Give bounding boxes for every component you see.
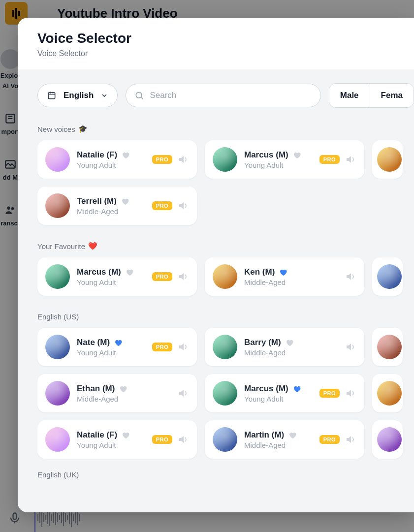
voice-age: Young Adult [77, 278, 145, 286]
calendar-icon [47, 91, 57, 100]
voice-age: Young Adult [77, 348, 145, 357]
voice-name: Marcus (M) [77, 267, 121, 277]
avatar [45, 335, 70, 359]
voice-card[interactable] [372, 140, 403, 179]
avatar [377, 335, 402, 359]
pro-badge: PRO [152, 272, 172, 281]
avatar [213, 335, 237, 359]
voice-card[interactable]: Marcus (M) Young Adult PRO [37, 257, 197, 296]
heart-emoji-icon: ❤️ [88, 242, 97, 250]
heart-icon[interactable] [121, 431, 130, 439]
voice-card[interactable]: Marcus (M) Young Adult PRO [205, 374, 364, 412]
voice-age: Middle-Aged [244, 441, 313, 449]
heart-icon[interactable] [125, 268, 134, 277]
section-title-en-uk: English (UK) [37, 470, 414, 479]
voice-name: Barry (M) [244, 338, 281, 347]
heart-icon[interactable] [285, 338, 294, 347]
avatar [45, 264, 70, 289]
avatar [213, 381, 237, 406]
speaker-icon[interactable] [345, 271, 356, 282]
speaker-icon[interactable] [177, 154, 189, 165]
heart-icon[interactable] [292, 151, 301, 159]
avatar [213, 147, 237, 172]
modal-subtitle: Voice Selector [37, 49, 394, 58]
heart-icon[interactable] [121, 151, 130, 159]
speaker-icon[interactable] [177, 434, 189, 445]
voice-name: Marcus (M) [244, 384, 288, 394]
voice-card[interactable]: Natalie (F) Young Adult PRO [37, 140, 197, 179]
voice-card[interactable] [372, 257, 403, 296]
gender-male-button[interactable]: Male [329, 84, 370, 107]
pro-badge: PRO [319, 435, 340, 444]
pro-badge: PRO [152, 201, 172, 210]
avatar [45, 147, 70, 172]
voice-age: Middle-Aged [77, 207, 145, 216]
voice-card[interactable] [372, 328, 403, 366]
avatar [45, 193, 70, 218]
heart-icon[interactable] [121, 197, 129, 206]
speaker-icon[interactable] [177, 271, 189, 282]
heart-icon[interactable] [114, 338, 123, 347]
speaker-icon[interactable] [345, 387, 356, 399]
voice-age: Young Adult [77, 441, 145, 449]
voice-card[interactable]: Martin (M) Middle-Aged PRO [205, 420, 364, 459]
heart-icon[interactable] [292, 384, 301, 393]
svg-rect-28 [48, 93, 55, 99]
speaker-icon[interactable] [177, 387, 189, 399]
voice-name: Ken (M) [244, 267, 275, 277]
language-dropdown[interactable]: English [37, 84, 118, 107]
voice-age: Young Adult [77, 161, 145, 169]
section-title-favourite: Your Favourite ❤️ [37, 242, 414, 250]
pro-badge: PRO [152, 435, 172, 444]
voice-card[interactable] [372, 374, 403, 412]
voice-age: Middle-Aged [77, 395, 170, 403]
search-input[interactable] [126, 84, 320, 107]
speaker-icon[interactable] [345, 341, 356, 353]
voice-card[interactable]: Natalie (F) Young Adult PRO [37, 420, 197, 459]
voice-name: Natalie (F) [77, 150, 117, 160]
voice-card[interactable]: Nate (M) Young Adult PRO [37, 328, 197, 366]
voice-card[interactable]: Ken (M) Middle-Aged [205, 257, 364, 296]
avatar [213, 264, 237, 289]
voice-age: Middle-Aged [244, 348, 338, 357]
section-title-text: English (US) [37, 313, 79, 321]
heart-icon[interactable] [119, 384, 127, 393]
gender-toggle: Male Fema [329, 83, 414, 108]
voice-card[interactable] [372, 420, 403, 459]
voice-selector-modal: Voice Selector Voice Selector English Ma… [18, 18, 414, 512]
avatar [213, 427, 237, 452]
chevron-down-icon [100, 92, 108, 99]
section-title-text: New voices [37, 125, 75, 133]
speaker-icon[interactable] [177, 341, 189, 353]
speaker-icon[interactable] [345, 434, 356, 445]
avatar [377, 381, 402, 406]
gender-female-button[interactable]: Fema [370, 84, 414, 107]
voice-card[interactable]: Terrell (M) Middle-Aged PRO [37, 187, 197, 225]
voice-name: Natalie (F) [77, 430, 117, 440]
voice-card[interactable]: Barry (M) Middle-Aged [205, 328, 364, 366]
speaker-icon[interactable] [345, 154, 356, 165]
avatar [45, 427, 70, 452]
section-title-text: English (UK) [37, 470, 79, 479]
pro-badge: PRO [152, 343, 172, 351]
voice-card[interactable]: Ethan (M) Middle-Aged [37, 374, 197, 412]
voice-age: Young Adult [244, 395, 313, 403]
voice-name: Martin (M) [244, 430, 284, 440]
speaker-icon[interactable] [177, 200, 189, 212]
voice-age: Young Adult [244, 161, 313, 169]
heart-icon[interactable] [288, 431, 297, 439]
avatar [377, 264, 402, 289]
heart-icon[interactable] [279, 268, 287, 277]
pro-badge: PRO [319, 389, 340, 398]
pro-badge: PRO [319, 155, 340, 164]
avatar [377, 427, 402, 452]
voice-card[interactable]: Marcus (M) Young Adult PRO [205, 140, 364, 179]
voice-name: Nate (M) [77, 338, 110, 347]
section-title-en-us: English (US) [37, 313, 414, 321]
avatar [45, 381, 70, 406]
search-icon [134, 91, 144, 100]
section-title-text: Your Favourite [37, 242, 85, 250]
avatar [377, 147, 402, 172]
graduation-cap-icon: 🎓 [78, 125, 88, 133]
language-label: English [64, 91, 94, 100]
